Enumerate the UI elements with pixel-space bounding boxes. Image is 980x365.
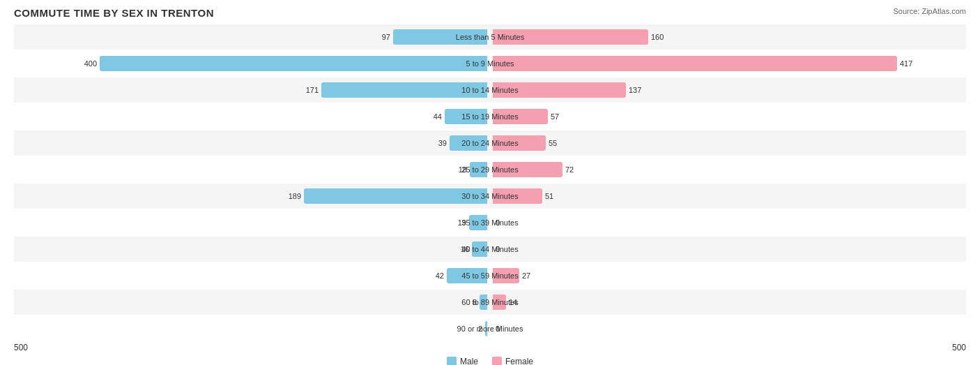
female-value: 137	[629, 86, 641, 94]
axis-labels: 500 500	[14, 343, 966, 352]
table-row: 1640 to 44 Minutes0	[14, 237, 966, 262]
female-section: 51	[490, 184, 966, 209]
table-row: 860 to 89 Minutes14	[14, 290, 966, 315]
female-section: 14	[490, 290, 966, 315]
female-section: 0	[490, 237, 966, 262]
male-section: 8	[14, 290, 490, 315]
male-bar	[469, 215, 487, 230]
female-bar	[493, 188, 542, 204]
male-bar	[470, 162, 487, 177]
female-value: 14	[509, 298, 517, 306]
male-bar	[304, 188, 487, 204]
female-value: 0	[496, 325, 500, 333]
male-value: 39	[438, 139, 447, 147]
male-section: 171	[14, 77, 490, 103]
legend-male-label: Male	[460, 357, 478, 365]
female-section: 57	[490, 104, 966, 129]
male-value: 189	[289, 192, 301, 200]
female-section: 72	[490, 157, 966, 182]
male-bar	[485, 321, 487, 336]
male-bar	[450, 135, 487, 151]
male-bar	[100, 56, 487, 71]
chart-title: COMMUTE TIME BY SEX IN TRENTON	[14, 7, 966, 19]
female-value: 417	[900, 59, 912, 68]
legend-female: Female	[492, 357, 533, 365]
male-section: 97	[14, 24, 490, 50]
male-bar	[472, 241, 487, 257]
table-row: 3920 to 24 Minutes55	[14, 131, 966, 156]
male-section: 18	[14, 157, 490, 182]
male-value: 16	[461, 245, 469, 253]
table-row: 290 or more Minutes0	[14, 316, 966, 341]
female-value: 51	[545, 192, 553, 200]
female-bar	[493, 29, 648, 45]
male-value: 97	[382, 33, 390, 41]
legend-male-box	[447, 357, 457, 365]
male-value: 18	[459, 165, 467, 174]
bars-area: 97Less than 5 Minutes1604005 to 9 Minute…	[14, 24, 966, 341]
male-value: 2	[478, 325, 482, 333]
table-row: 4415 to 19 Minutes57	[14, 104, 966, 129]
female-bar	[493, 268, 519, 283]
legend-female-label: Female	[505, 357, 533, 365]
female-section: 0	[490, 316, 966, 341]
male-bar	[445, 109, 487, 124]
female-bar	[493, 56, 897, 71]
female-section: 0	[490, 210, 966, 235]
male-bar	[447, 268, 487, 283]
table-row: 1935 to 39 Minutes0	[14, 210, 966, 235]
table-row: 1825 to 29 Minutes72	[14, 157, 966, 182]
male-value: 42	[436, 271, 444, 280]
female-value: 55	[549, 139, 557, 147]
female-value: 160	[651, 33, 664, 41]
male-value: 44	[434, 112, 442, 121]
legend-female-box	[492, 357, 502, 365]
female-bar	[493, 295, 506, 310]
table-row: 4245 to 59 Minutes27	[14, 263, 966, 288]
table-row: 17110 to 14 Minutes137	[14, 77, 966, 103]
male-bar	[321, 82, 487, 98]
female-bar	[493, 109, 548, 124]
source-label: Source: ZipAtlas.com	[893, 7, 966, 15]
male-section: 16	[14, 237, 490, 262]
female-section: 27	[490, 263, 966, 288]
male-section: 400	[14, 51, 490, 76]
table-row: 18930 to 34 Minutes51	[14, 184, 966, 209]
female-section: 417	[490, 51, 966, 76]
female-bar	[493, 135, 546, 151]
female-value: 72	[565, 165, 574, 174]
female-value: 0	[496, 245, 500, 253]
male-section: 39	[14, 131, 490, 156]
male-value: 171	[306, 86, 319, 94]
female-value: 57	[551, 112, 559, 121]
male-section: 42	[14, 263, 490, 288]
male-value: 8	[473, 298, 477, 306]
female-section: 137	[490, 77, 966, 103]
male-bar	[480, 295, 487, 310]
table-row: 97Less than 5 Minutes160	[14, 24, 966, 50]
axis-left: 500	[14, 343, 28, 352]
male-bar	[393, 29, 487, 45]
male-value: 19	[458, 218, 466, 227]
male-section: 19	[14, 210, 490, 235]
male-section: 189	[14, 184, 490, 209]
male-section: 44	[14, 104, 490, 129]
male-value: 400	[84, 59, 97, 68]
legend-male: Male	[447, 357, 478, 365]
chart-container: COMMUTE TIME BY SEX IN TRENTON Source: Z…	[0, 0, 980, 365]
male-section: 2	[14, 316, 490, 341]
axis-right: 500	[952, 343, 966, 352]
female-section: 55	[490, 131, 966, 156]
female-value: 27	[522, 271, 530, 280]
legend: Male Female	[14, 357, 966, 365]
table-row: 4005 to 9 Minutes417	[14, 51, 966, 76]
female-bar	[493, 82, 626, 98]
female-section: 160	[490, 24, 966, 50]
female-value: 0	[496, 218, 500, 227]
female-bar	[493, 162, 562, 177]
